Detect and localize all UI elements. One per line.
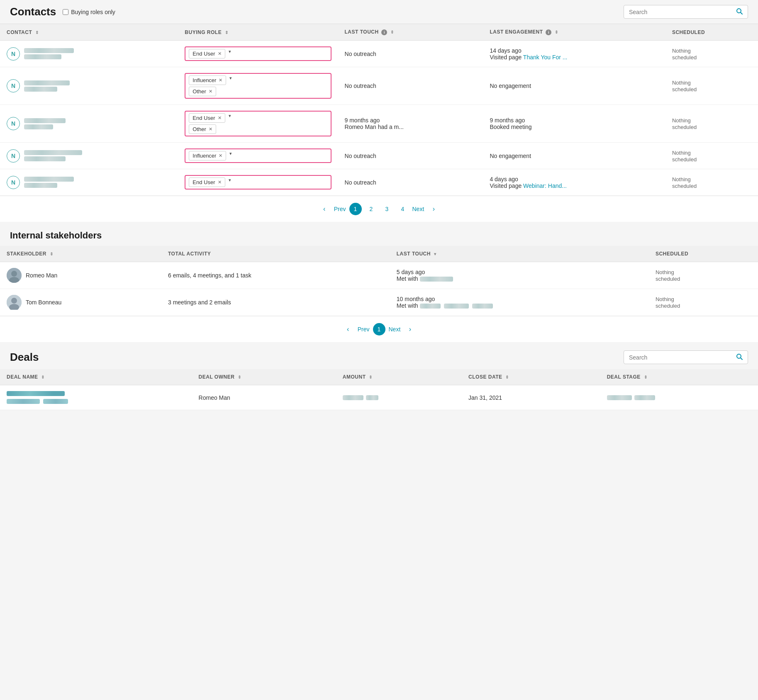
last-touch-stakeholder-cell: 5 days ago Met with [390, 262, 649, 289]
role-tag-other[interactable]: Other ✕ [189, 87, 216, 96]
buying-role-cell[interactable]: End User ✕ ▾ [178, 41, 338, 67]
page-wrapper: Contacts Buying roles only CONTACT [0, 0, 758, 410]
contact-sort-icon[interactable]: ⇕ [35, 30, 39, 35]
last-engagement-sort-icon[interactable]: ⇕ [555, 30, 558, 34]
remove-role-btn[interactable]: ✕ [219, 153, 222, 158]
role-dropdown-arrow[interactable]: ▾ [229, 49, 231, 54]
contacts-next-arrow[interactable]: › [427, 203, 440, 215]
deal-stage-sort-icon[interactable]: ⇕ [644, 375, 648, 379]
contact-name-block [24, 177, 74, 188]
stakeholder-name: Romeo Man [26, 272, 57, 279]
contacts-page-4[interactable]: 4 [397, 203, 409, 215]
contact-cell: N [0, 41, 178, 67]
contact-cell: N [0, 67, 178, 105]
deal-name-sort-icon[interactable]: ⇕ [41, 375, 45, 379]
stakeholders-next-btn[interactable]: Next [389, 326, 401, 333]
buying-role-cell[interactable]: End User ✕ ▾ [178, 169, 338, 196]
deals-header: Deals [0, 342, 758, 369]
role-tag-influencer[interactable]: Influencer ✕ [189, 75, 226, 85]
col-total-activity: TOTAL ACTIVITY [161, 246, 390, 262]
svg-line-9 [741, 358, 742, 360]
avatar-placeholder-tom [7, 295, 22, 310]
col-contact: CONTACT ⇕ [0, 24, 178, 41]
col-amount: AMOUNT ⇕ [336, 369, 462, 385]
role-tag-other[interactable]: Other ✕ [189, 124, 216, 134]
remove-role-btn[interactable]: ✕ [209, 89, 212, 94]
table-row: N End User [0, 41, 758, 67]
contacts-search-input[interactable] [629, 9, 733, 15]
contact-name-block [24, 48, 74, 59]
contact-detail-blurred [24, 87, 57, 92]
buying-roles-only-label[interactable]: Buying roles only [63, 9, 115, 15]
table-row: Romeo Man 6 emails, 4 meetings, and 1 ta… [0, 262, 758, 289]
contacts-page-3[interactable]: 3 [381, 203, 393, 215]
buying-role-cell[interactable]: Influencer ✕ ▾ [178, 143, 338, 169]
buying-roles-only-checkbox[interactable] [63, 9, 68, 15]
close-date-sort-icon[interactable]: ⇕ [505, 375, 509, 379]
stakeholder-last-touch-sort-icon[interactable]: ▾ [434, 252, 436, 256]
remove-role-btn[interactable]: ✕ [209, 126, 212, 132]
role-tag-influencer[interactable]: Influencer ✕ [189, 151, 226, 160]
remove-role-btn[interactable]: ✕ [218, 51, 222, 56]
col-close-date: CLOSE DATE ⇕ [462, 369, 600, 385]
col-stakeholder: STAKEHOLDER ⇕ [0, 246, 161, 262]
remove-role-btn[interactable]: ✕ [218, 180, 222, 185]
buying-role-sort-icon[interactable]: ⇕ [225, 30, 229, 35]
stakeholders-table-container: STAKEHOLDER ⇕ TOTAL ACTIVITY LAST TOUCH … [0, 246, 758, 316]
contact-name-block [24, 80, 70, 92]
role-dropdown-arrow[interactable]: ▾ [229, 151, 232, 156]
contact-name-blurred [24, 118, 66, 123]
deals-table-container: DEAL NAME ⇕ DEAL OWNER ⇕ AMOUNT ⇕ CLOSE … [0, 369, 758, 410]
contacts-next-btn[interactable]: Next [412, 206, 424, 212]
role-tag-end-user[interactable]: End User ✕ [189, 49, 225, 58]
contacts-page-1[interactable]: 1 [349, 203, 362, 215]
role-tag-end-user[interactable]: End User ✕ [189, 177, 225, 187]
stakeholders-prev-arrow[interactable]: ‹ [342, 323, 354, 335]
contact-name-blurred [24, 80, 70, 85]
amount-sort-icon[interactable]: ⇕ [369, 375, 373, 379]
svg-point-3 [11, 271, 17, 277]
deals-header-row: DEAL NAME ⇕ DEAL OWNER ⇕ AMOUNT ⇕ CLOSE … [0, 369, 758, 385]
contacts-table-header-row: CONTACT ⇕ BUYING ROLE ⇕ LAST TOUCH i ⇕ L… [0, 24, 758, 41]
deals-search-input[interactable] [629, 354, 733, 361]
contacts-page-2[interactable]: 2 [365, 203, 378, 215]
contacts-pagination: ‹ Prev 1 2 3 4 Next › [0, 196, 758, 222]
stakeholder-sort-icon[interactable]: ⇕ [50, 252, 54, 256]
last-engagement-cell: No engagement [483, 67, 665, 105]
last-touch-cell: No outreach [338, 41, 483, 67]
buying-role-cell[interactable]: Influencer ✕ Other ✕ ▾ [178, 67, 338, 105]
stakeholders-page-1[interactable]: 1 [373, 323, 385, 335]
last-engagement-cell: 9 months ago Booked meeting [483, 105, 665, 143]
role-dropdown-arrow[interactable]: ▾ [229, 177, 231, 183]
role-dropdown-arrow[interactable]: ▾ [229, 113, 231, 119]
buying-role-cell[interactable]: End User ✕ Other ✕ ▾ [178, 105, 338, 143]
stakeholders-prev-btn[interactable]: Prev [358, 326, 370, 333]
role-dropdown-arrow[interactable]: ▾ [229, 75, 232, 81]
role-tag-end-user[interactable]: End User ✕ [189, 113, 225, 123]
contacts-prev-arrow[interactable]: ‹ [318, 203, 331, 215]
remove-role-btn[interactable]: ✕ [218, 115, 222, 121]
role-cell-inner: End User ✕ ▾ [189, 49, 327, 58]
deal-owner-cell: Romeo Man [192, 385, 336, 410]
table-row: N Influencer [0, 143, 758, 169]
contacts-prev-btn[interactable]: Prev [334, 206, 346, 212]
engagement-link[interactable]: Thank You For ... [523, 54, 568, 61]
deals-search-icon [736, 353, 743, 361]
col-deal-name: DEAL NAME ⇕ [0, 369, 192, 385]
remove-role-btn[interactable]: ✕ [219, 78, 222, 83]
engagement-link[interactable]: Webinar: Hand... [523, 182, 567, 189]
scheduled-cell: Nothingscheduled [665, 41, 758, 67]
contact-cell: N [0, 105, 178, 143]
last-touch-stakeholder-cell: 10 months ago Met with [390, 289, 649, 316]
col-deal-owner: DEAL OWNER ⇕ [192, 369, 336, 385]
stakeholders-next-arrow[interactable]: › [404, 323, 416, 335]
deal-owner-sort-icon[interactable]: ⇕ [238, 375, 241, 379]
last-touch-sort-icon[interactable]: ⇕ [390, 30, 394, 34]
last-touch-info-icon: i [381, 29, 387, 35]
contact-initial-icon: N [7, 79, 20, 92]
role-tags: End User ✕ [189, 49, 225, 58]
close-date-cell: Jan 31, 2021 [462, 385, 600, 410]
deals-title: Deals [10, 351, 39, 364]
total-activity-cell: 6 emails, 4 meetings, and 1 task [161, 262, 390, 289]
contact-detail-blurred [24, 183, 57, 188]
